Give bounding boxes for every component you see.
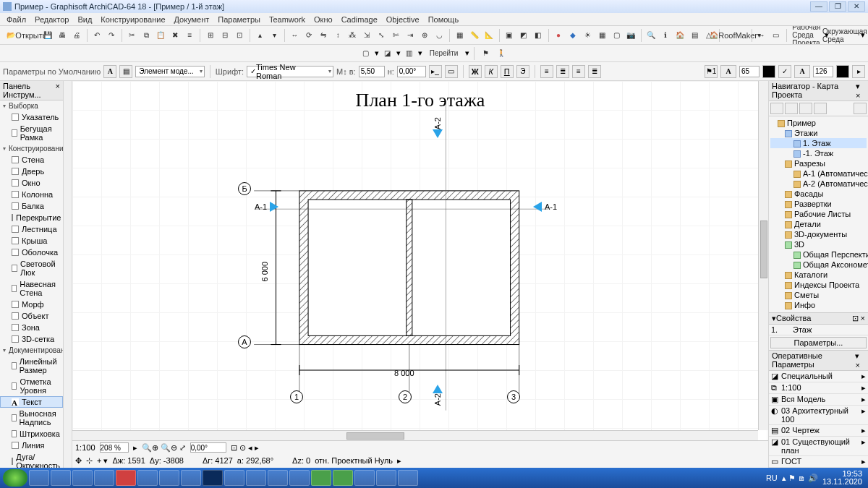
nav-tab-publisher[interactable] [814,103,827,114]
align-center-button[interactable]: ≣ [556,65,569,78]
tool-level[interactable]: Отметка Уровня [0,376,63,396]
existing-combo[interactable]: 01 Существующий план [779,437,859,455]
nav-tab-project[interactable] [770,103,783,114]
nav-close-icon[interactable]: ▾ × [856,82,865,100]
redo-icon[interactable]: ↷ [105,29,118,42]
profile-icon[interactable]: ↔ [755,29,768,42]
print-icon[interactable]: 🖶 [56,29,69,42]
start-button[interactable] [3,469,27,487]
horizontal-scrollbar[interactable] [72,430,758,440]
align-justify-button[interactable]: ≣ [588,65,601,78]
roofmaker-button[interactable]: 🏠 RoofMaker ▾ [723,29,748,42]
taskbar-item[interactable] [289,470,310,486]
taskbar-item[interactable] [159,470,179,486]
sun-icon[interactable]: ☀ [581,29,594,42]
plus-icon[interactable]: + ▾ [97,456,108,466]
tool-roof[interactable]: Крыша [0,235,63,247]
tool-fill[interactable]: Штриховка [0,428,63,440]
stairs-icon[interactable]: ▤ [688,29,701,42]
model-combo[interactable]: Вся Модель [779,394,859,405]
tool-text[interactable]: AТекст [0,396,63,408]
paste-icon[interactable]: 📋 [154,29,167,42]
stretch-icon[interactable]: ⇲ [360,29,373,42]
snap-icons[interactable]: ⊡ ⊙ ◂ ▸ [231,443,259,453]
tool-object[interactable]: Объект [0,310,63,322]
taskbar-item[interactable] [203,470,223,486]
taskbar-item[interactable] [398,470,418,486]
italic-button[interactable]: К [485,65,498,78]
tool-marquee[interactable]: Бегущая Рамка [0,123,63,143]
tool-curtainwall[interactable]: Навесная Стена [0,278,63,299]
plotter-icon[interactable]: 🖨 [70,29,83,42]
system-tray[interactable]: RU ▴ ⚑ 🗈 🔊 19:5313.11.2020 [766,470,865,486]
underline-button[interactable]: П [501,65,514,78]
taskbar-item[interactable] [51,470,71,486]
rotate-icon[interactable]: ⟳ [302,29,315,42]
status-zoom[interactable] [100,442,129,453]
text-angle-input[interactable] [397,66,426,77]
penset-combo[interactable]: 03 Архитектурный 100 [779,406,859,424]
layer-combo[interactable]: Специальный [779,371,859,382]
nav-tab-view[interactable] [785,103,798,114]
pen2-color[interactable] [836,65,849,78]
ruler-icon[interactable]: 📏 [468,29,481,42]
tool-zone[interactable]: Зона [0,322,63,333]
open-button[interactable]: 📂 Открыть ▾ [17,29,40,42]
vertical-scrollbar[interactable] [758,81,768,430]
tool-stair[interactable]: Лестница [0,223,63,235]
taskbar-item[interactable] [354,470,375,486]
anchor-icon[interactable]: ▸⎯ [429,65,442,78]
tool-arc[interactable]: Дуга/Окружность [0,451,63,468]
copy-icon[interactable]: ⧉ [140,29,153,42]
explore-icon[interactable]: ◆ [566,29,579,42]
distribute2-icon[interactable]: ⊟ [218,29,231,42]
menu-cadimage[interactable]: Cadimage [338,15,381,24]
maximize-button[interactable]: ❐ [829,1,846,12]
tray-lang[interactable]: RU [766,474,778,482]
elevation-icon[interactable]: ◧ [532,29,545,42]
drawing-combo[interactable]: 02 Чертеж [779,425,859,436]
pen1-input[interactable] [739,66,760,77]
delete-icon[interactable]: ✖ [169,29,182,42]
tray-icons[interactable]: ▴ ⚑ 🗈 🔊 [782,474,818,483]
pen1-color[interactable] [762,65,775,78]
surround-env-button[interactable]: Окружающая Среда [830,29,859,42]
close-button[interactable]: ✕ [848,1,865,12]
home-icon[interactable]: 🏠 [673,29,686,42]
walk-icon[interactable]: 🚶 [494,47,509,60]
tool-label[interactable]: Выносная Надпись [0,408,63,428]
lock-icon[interactable]: ▭ [445,65,458,78]
palette-close-icon[interactable]: × [56,82,60,99]
menu-edit[interactable]: Редактор [31,15,72,24]
intersect-icon[interactable]: ⊕ [418,29,431,42]
caret-down-icon[interactable]: ▾ [268,29,281,42]
orbit-icon[interactable]: ● [552,29,565,42]
taskbar-item[interactable] [246,470,266,486]
pen-check-icon[interactable]: ✓ [778,65,791,78]
camera-icon[interactable]: 📷 [624,29,637,42]
zoom-icons[interactable]: 🔍⊕ 🔍⊖ ⤢ [142,443,186,453]
menu-help[interactable]: Помощь [425,15,463,24]
taskbar-item[interactable] [181,470,201,486]
viewsection-icon[interactable]: ▥ [403,47,416,60]
cut-icon[interactable]: ✂ [125,29,138,42]
menu-window[interactable]: Окно [310,15,336,24]
tool-skylight[interactable]: Световой Люк [0,258,63,278]
taskbar-item[interactable] [311,470,331,486]
preview-icon[interactable]: ▢ [610,29,623,42]
taskbar-item[interactable] [137,470,158,486]
tool-line[interactable]: Линия [0,440,63,451]
tool-window[interactable]: Окно [0,177,63,189]
font-size-input[interactable] [359,66,385,77]
gost-combo[interactable]: ГОСТ [779,456,859,467]
menu-teamwork[interactable]: Teamwork [265,15,309,24]
layer-picker-icon[interactable]: ▤ [119,65,132,78]
tool-dimension[interactable]: Линейный Размер [0,356,63,376]
pen2-input[interactable] [813,66,833,77]
taskbar-item[interactable] [224,470,244,486]
section-icon[interactable]: ◩ [517,29,530,42]
status-caret[interactable]: ▸ [397,456,401,466]
menu-objective[interactable]: Objective [383,15,423,24]
coord-mode-icon[interactable]: ✥ [75,456,82,466]
status-angle[interactable] [190,442,226,453]
